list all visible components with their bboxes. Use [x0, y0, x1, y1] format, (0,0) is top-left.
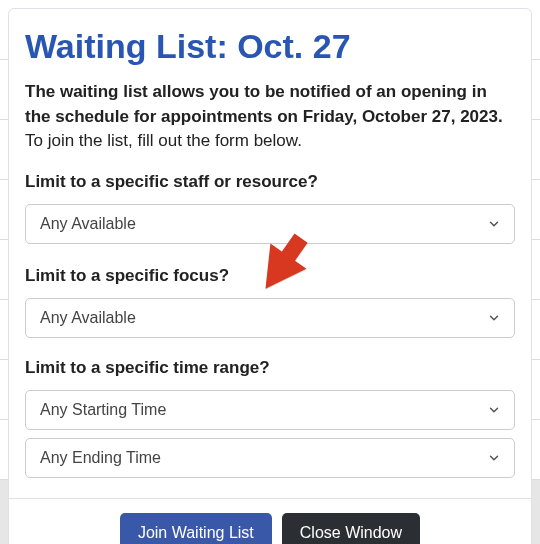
- staff-select[interactable]: Any Available: [25, 204, 515, 244]
- modal-description: The waiting list allows you to be notifi…: [25, 80, 515, 154]
- divider: [9, 498, 531, 499]
- waiting-list-modal: Waiting List: Oct. 27 The waiting list a…: [8, 8, 532, 544]
- staff-label: Limit to a specific staff or resource?: [25, 172, 515, 192]
- focus-label: Limit to a specific focus?: [25, 266, 515, 286]
- modal-description-bold: The waiting list allows you to be notifi…: [25, 82, 503, 126]
- end-time-select[interactable]: Any Ending Time: [25, 438, 515, 478]
- focus-select[interactable]: Any Available: [25, 298, 515, 338]
- modal-scrim: Waiting List: Oct. 27 The waiting list a…: [0, 0, 540, 544]
- start-time-select[interactable]: Any Starting Time: [25, 390, 515, 430]
- staff-select-wrap: Any Available: [25, 204, 515, 244]
- button-row: Join Waiting List Close Window: [25, 513, 515, 544]
- focus-select-wrap: Any Available: [25, 298, 515, 338]
- modal-description-rest: To join the list, fill out the form belo…: [25, 131, 302, 150]
- close-window-button[interactable]: Close Window: [282, 513, 420, 544]
- end-time-select-wrap: Any Ending Time: [25, 438, 515, 478]
- start-time-select-wrap: Any Starting Time: [25, 390, 515, 430]
- join-waiting-list-button[interactable]: Join Waiting List: [120, 513, 272, 544]
- modal-title: Waiting List: Oct. 27: [25, 27, 515, 66]
- time-range-label: Limit to a specific time range?: [25, 358, 515, 378]
